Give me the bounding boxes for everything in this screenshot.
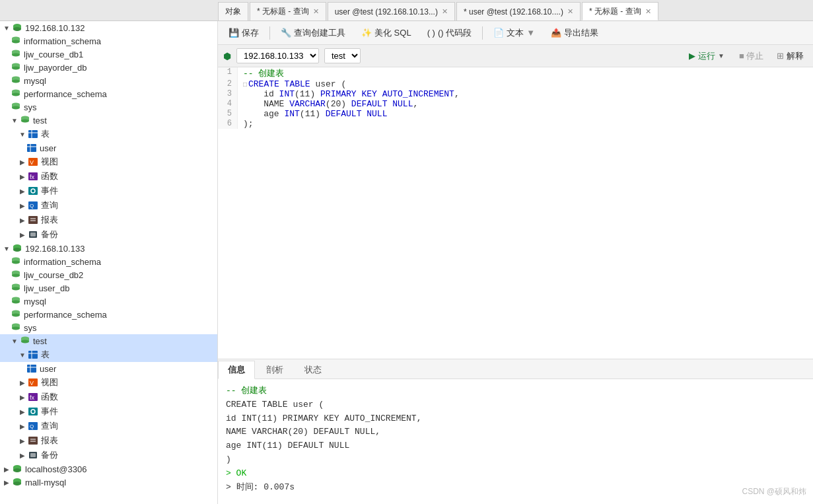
query-group-2[interactable]: ▶ Q 查询	[0, 419, 217, 433]
result-tab-status[interactable]: 状态	[295, 361, 332, 378]
code-button[interactable]: ( ) () 代码段	[422, 26, 477, 40]
explain-button[interactable]: ⊞ 解释	[773, 49, 808, 63]
report-icon	[28, 215, 38, 225]
svg-text:Q: Q	[30, 203, 34, 209]
db-sys-2[interactable]: sys	[0, 321, 217, 334]
tab-untitled1-label: * 无标题 - 查询	[257, 6, 309, 17]
host-select[interactable]: 192.168.10.133	[236, 48, 319, 63]
run-button[interactable]: ▶ 运行 ▼	[684, 49, 730, 63]
export-button[interactable]: 📤 导出结果	[546, 26, 604, 40]
tab-object[interactable]: 对象	[218, 2, 248, 20]
server-mall-mysql[interactable]: ▶ mall-mysql	[0, 476, 217, 489]
view-group-1[interactable]: ▶ V 视图	[0, 155, 217, 169]
db-ljw-user-db[interactable]: ljw_user_db	[0, 281, 217, 295]
beautify-icon: ✨	[361, 28, 372, 38]
code-editor[interactable]: 1 -- 创建表 2 □CREATE TABLE user ( 3 id INT…	[218, 67, 813, 359]
db-ljw-course-db1[interactable]: ljw_course_db1	[0, 48, 217, 61]
db-performance-schema-2[interactable]: performance_schema	[0, 308, 217, 321]
chevron-down-icon: ▼	[18, 130, 26, 138]
report-group-2-label: 报表	[41, 435, 58, 447]
db-mysql-2[interactable]: mysql	[0, 295, 217, 308]
event-group-2[interactable]: ▶ 事件	[0, 404, 217, 419]
tab-user-test1[interactable]: user @test (192.168.10.13...) ✕	[328, 2, 455, 20]
chevron-down-icon: ▼	[3, 24, 11, 32]
result-line-comment: -- 创建表	[226, 384, 805, 398]
text-icon: 📄	[493, 28, 504, 38]
tab-untitled1[interactable]: * 无标题 - 查询 ✕	[250, 2, 326, 20]
db-information-schema-1[interactable]: information_schema	[0, 34, 217, 48]
result-tab-info-label: 信息	[228, 365, 245, 375]
chevron-right-icon: ▶	[18, 158, 26, 166]
backup-group-2[interactable]: ▶ 备份	[0, 448, 217, 462]
db-ljw-payorder-db[interactable]: ljw_payorder_db	[0, 61, 217, 74]
code-icon: ( )	[427, 28, 435, 38]
save-button[interactable]: 💾 保存	[223, 26, 264, 40]
backup-icon	[28, 450, 38, 460]
beautify-button[interactable]: ✨ 美化 SQL	[356, 26, 417, 40]
export-icon: 📤	[551, 28, 561, 38]
db-test-2[interactable]: ▼ test	[0, 334, 217, 347]
svg-rect-70	[27, 365, 36, 373]
func-group-2[interactable]: ▶ fx 函数	[0, 390, 217, 404]
func-group-1-label: 函数	[41, 170, 58, 182]
db-performance-schema-1[interactable]: performance_schema	[0, 87, 217, 100]
table-user-2[interactable]: user	[0, 362, 217, 375]
close-tab4-icon[interactable]: ✕	[645, 7, 651, 16]
db-ljw-course-db2[interactable]: ljw_course_db2	[0, 268, 217, 281]
db-information-schema-1-label: information_schema	[24, 36, 101, 46]
database-icon	[11, 36, 21, 46]
close-tab1-icon[interactable]: ✕	[313, 7, 319, 16]
server-192-168-10-132[interactable]: ▼ 192.168.10.132	[0, 21, 217, 34]
svg-rect-34	[28, 187, 38, 195]
report-group-2[interactable]: ▶ 报表	[0, 433, 217, 448]
stop-button[interactable]: ■ 停止	[735, 49, 767, 63]
chevron-down-icon: ▼	[11, 337, 18, 345]
code-line-5: 5 age INT(11) DEFAULT NULL	[218, 109, 813, 119]
db-sys-2-label: sys	[24, 323, 37, 333]
table-user-1[interactable]: user	[0, 141, 217, 155]
table-group-1[interactable]: ▼ 表	[0, 127, 217, 141]
server-192-168-10-133[interactable]: ▼ 192.168.10.133	[0, 242, 217, 255]
db-mysql-1[interactable]: mysql	[0, 74, 217, 87]
result-tab-info[interactable]: 信息	[218, 361, 255, 379]
database-icon	[11, 62, 21, 73]
svg-point-45	[13, 248, 21, 252]
event-group-1[interactable]: ▶ 事件	[0, 184, 217, 198]
chevron-right-icon: ▶	[18, 437, 26, 445]
db-test-1[interactable]: ▼ test	[0, 114, 217, 127]
export-label: 导出结果	[564, 27, 598, 39]
chevron-right-icon: ▶	[3, 465, 11, 473]
line-content-5: age INT(11) DEFAULT NULL	[238, 109, 813, 119]
view-group-2[interactable]: ▶ V 视图	[0, 375, 217, 390]
chevron-right-icon: ▶	[18, 422, 26, 430]
svg-point-5	[12, 40, 20, 44]
tab-user-test2[interactable]: * user @test (192.168.10....) ✕	[456, 2, 581, 20]
text-button[interactable]: 📄 文本 ▼	[488, 26, 540, 40]
close-tab3-icon[interactable]: ✕	[567, 7, 573, 16]
code-line-1: 1 -- 创建表	[218, 67, 813, 79]
line-num-6: 6	[218, 119, 238, 129]
query-builder-button[interactable]: 🔧 查询创建工具	[275, 26, 351, 40]
event-group-1-label: 事件	[41, 185, 58, 197]
result-panel: 信息 剖析 状态 -- 创建表 CREATE TABLE user ( id I…	[218, 359, 813, 504]
tab-untitled2[interactable]: * 无标题 - 查询 ✕	[582, 2, 658, 20]
db-information-schema-2[interactable]: information_schema	[0, 255, 217, 268]
query-builder-icon: 🔧	[281, 28, 291, 38]
close-tab2-icon[interactable]: ✕	[442, 7, 448, 16]
db-ljw-user-db-label: ljw_user_db	[24, 283, 69, 293]
db-sys-1[interactable]: sys	[0, 100, 217, 114]
result-line-age: age INT(11) DEFAULT NULL	[226, 439, 805, 453]
report-group-1[interactable]: ▶ 报表	[0, 213, 217, 227]
server-localhost-label: localhost@3306	[25, 464, 87, 474]
server-icon	[12, 243, 22, 254]
func-group-1[interactable]: ▶ fx 函数	[0, 169, 217, 184]
backup-group-1[interactable]: ▶ 备份	[0, 227, 217, 242]
result-tab-profile[interactable]: 剖析	[256, 361, 293, 378]
db-select[interactable]: test	[324, 48, 361, 63]
query-builder-label: 查询创建工具	[294, 27, 345, 39]
save-icon: 💾	[229, 28, 239, 38]
server-localhost[interactable]: ▶ localhost@3306	[0, 462, 217, 476]
query-group-1[interactable]: ▶ Q 查询	[0, 198, 217, 213]
table-group-2[interactable]: ▼ 表	[0, 347, 217, 362]
function-icon: fx	[28, 171, 38, 182]
